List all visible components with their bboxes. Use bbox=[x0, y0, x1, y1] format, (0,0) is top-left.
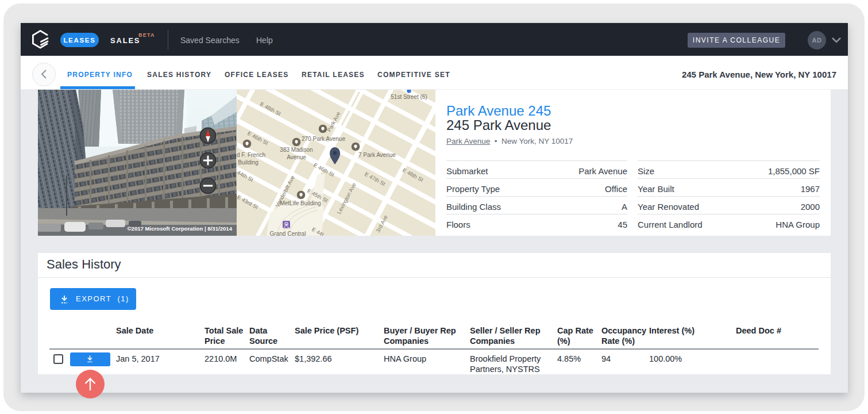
svg-text:51st Street (6): 51st Street (6) bbox=[391, 94, 427, 100]
svg-text:Grand Central: Grand Central bbox=[270, 231, 306, 236]
svg-text:Building: Building bbox=[238, 159, 259, 166]
svg-text:383 Madison: 383 Madison bbox=[280, 147, 313, 153]
svg-text:7 Park Avenue: 7 Park Avenue bbox=[358, 152, 396, 158]
svg-text:d F. French: d F. French bbox=[237, 152, 265, 158]
svg-text:Avenue: Avenue bbox=[287, 154, 306, 160]
svg-text:©2017 Microsoft Corporation |: ©2017 Microsoft Corporation | 8/31/2014 bbox=[127, 225, 232, 232]
svg-text:MetLife Building: MetLife Building bbox=[280, 200, 321, 206]
svg-text:270 Park Avenue: 270 Park Avenue bbox=[302, 136, 345, 142]
